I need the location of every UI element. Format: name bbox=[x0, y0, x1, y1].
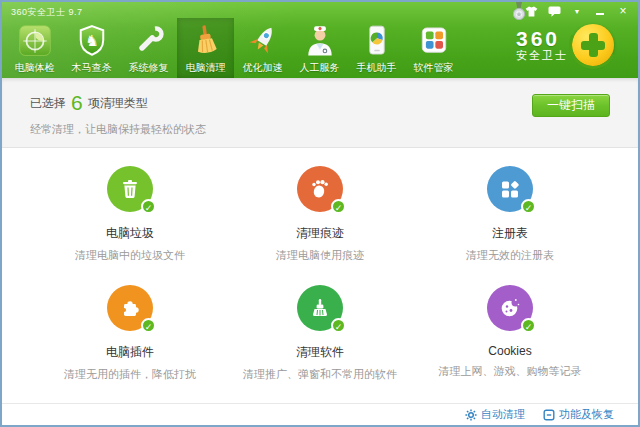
item-desc: 清理电脑使用痕迹 bbox=[225, 248, 415, 263]
cleanup-item-traces[interactable]: ✓ 清理痕迹 清理电脑使用痕迹 bbox=[225, 166, 415, 263]
speedup-icon bbox=[243, 22, 283, 60]
360-logo: 360 安全卫士 bbox=[516, 24, 614, 66]
auto-clean-link[interactable]: 自动清理 bbox=[465, 407, 525, 422]
svg-text:♞: ♞ bbox=[85, 32, 99, 49]
tab-trojan-scan[interactable]: ♞ 木马查杀 bbox=[63, 18, 120, 78]
tab-computer-checkup[interactable]: 电脑体检 bbox=[6, 18, 63, 78]
item-desc: 清理无效的注册表 bbox=[415, 248, 605, 263]
feedback-icon[interactable] bbox=[547, 5, 561, 17]
cleanup-header: 已选择 6 项清理类型 经常清理，让电脑保持最轻松的状态 一键扫描 bbox=[2, 78, 638, 148]
cleanup-icon bbox=[186, 22, 226, 60]
cleanup-grid: ✓ 电脑垃圾 清理电脑中的垃圾文件 bbox=[2, 148, 638, 403]
cleanup-item-cookies[interactable]: ✓ Cookies 清理上网、游戏、购物等记录 bbox=[415, 285, 605, 382]
checked-badge-icon: ✓ bbox=[331, 199, 346, 214]
system-repair-icon bbox=[129, 22, 169, 60]
tab-label: 电脑清理 bbox=[186, 61, 226, 75]
item-desc: 清理上网、游戏、购物等记录 bbox=[415, 364, 605, 379]
tab-label: 木马查杀 bbox=[72, 61, 112, 75]
cleanup-item-trash[interactable]: ✓ 电脑垃圾 清理电脑中的垃圾文件 bbox=[35, 166, 225, 263]
item-title: 清理软件 bbox=[225, 344, 415, 361]
tab-label: 软件管家 bbox=[414, 61, 454, 75]
restore-box-icon bbox=[543, 409, 555, 421]
cleanup-item-software[interactable]: ✓ 清理软件 清理推广、弹窗和不常用的软件 bbox=[225, 285, 415, 382]
cleanup-item-registry[interactable]: ✓ 注册表 清理无效的注册表 bbox=[415, 166, 605, 263]
item-title: 注册表 bbox=[415, 225, 605, 242]
top-bar: 360安全卫士 9.7 ▼ bbox=[2, 2, 638, 78]
main-nav-tabs: 电脑体检 ♞ 木马查杀 bbox=[6, 18, 462, 78]
checkup-icon bbox=[15, 22, 55, 60]
checked-badge-icon: ✓ bbox=[331, 318, 346, 333]
one-click-scan-button[interactable]: 一键扫描 bbox=[532, 94, 610, 117]
item-title: 清理痕迹 bbox=[225, 225, 415, 242]
checked-badge-icon: ✓ bbox=[521, 318, 536, 333]
cleanup-subtitle: 经常清理，让电脑保持最轻松的状态 bbox=[30, 122, 206, 137]
main-menu-icon[interactable]: ▼ bbox=[570, 5, 584, 17]
tab-label: 系统修复 bbox=[129, 61, 169, 75]
selected-suffix: 项清理类型 bbox=[88, 95, 148, 112]
close-button[interactable]: × bbox=[616, 5, 630, 17]
item-title: 电脑插件 bbox=[35, 344, 225, 361]
minimize-button[interactable] bbox=[593, 5, 607, 17]
item-desc: 清理推广、弹窗和不常用的软件 bbox=[225, 367, 415, 382]
checked-badge-icon: ✓ bbox=[521, 199, 536, 214]
tab-label: 手机助手 bbox=[357, 61, 397, 75]
auto-clean-label: 自动清理 bbox=[481, 407, 525, 422]
item-title: Cookies bbox=[415, 344, 605, 358]
tab-speedup[interactable]: 优化加速 bbox=[234, 18, 291, 78]
footer-bar: 自动清理 功能及恢复 bbox=[2, 403, 638, 425]
item-title: 电脑垃圾 bbox=[35, 225, 225, 242]
tab-label: 电脑体检 bbox=[15, 61, 55, 75]
360-logo-text: 360 安全卫士 bbox=[516, 29, 568, 61]
restore-label: 功能及恢复 bbox=[559, 407, 614, 422]
phone-assistant-icon bbox=[357, 22, 397, 60]
item-desc: 清理电脑中的垃圾文件 bbox=[35, 248, 225, 263]
skin-change-icon[interactable] bbox=[524, 5, 538, 17]
item-desc: 清理无用的插件，降低打扰 bbox=[35, 367, 225, 382]
app-window: 360安全卫士 9.7 ▼ bbox=[0, 0, 640, 427]
tab-manual-service[interactable]: 人工服务 bbox=[291, 18, 348, 78]
software-manager-icon bbox=[414, 22, 454, 60]
selected-prefix: 已选择 bbox=[30, 95, 66, 112]
tab-label: 优化加速 bbox=[243, 61, 283, 75]
cleanup-item-plugins[interactable]: ✓ 电脑插件 清理无用的插件，降低打扰 bbox=[35, 285, 225, 382]
tab-phone-assistant[interactable]: 手机助手 bbox=[348, 18, 405, 78]
trojan-scan-icon: ♞ bbox=[72, 22, 112, 60]
checked-badge-icon: ✓ bbox=[141, 199, 156, 214]
gear-icon bbox=[465, 409, 477, 421]
tab-computer-cleanup[interactable]: 电脑清理 bbox=[177, 18, 234, 78]
360-plus-ball-icon bbox=[572, 24, 614, 66]
checked-badge-icon: ✓ bbox=[141, 318, 156, 333]
selected-types-line: 已选择 6 项清理类型 bbox=[30, 93, 148, 112]
tab-system-repair[interactable]: 系统修复 bbox=[120, 18, 177, 78]
tab-software-manager[interactable]: 软件管家 bbox=[405, 18, 462, 78]
manual-service-icon bbox=[300, 22, 340, 60]
restore-link[interactable]: 功能及恢复 bbox=[543, 407, 614, 422]
window-controls: ▼ × bbox=[524, 5, 630, 17]
selected-count: 6 bbox=[66, 93, 88, 112]
tab-label: 人工服务 bbox=[300, 61, 340, 75]
